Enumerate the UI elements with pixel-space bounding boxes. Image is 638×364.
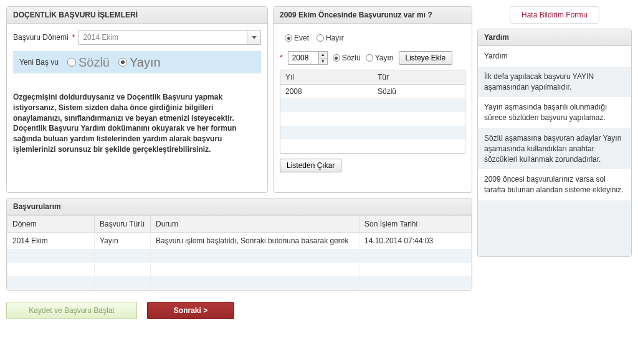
spinner-up-icon[interactable]: ▲ [319, 52, 327, 58]
radio-sozlu[interactable]: Sözlü [67, 55, 110, 70]
table-row [280, 126, 465, 139]
spinner-down-icon[interactable]: ▼ [319, 58, 327, 65]
col-type: Başvuru Türü [95, 216, 151, 233]
table-row[interactable]: 2014 Ekim Yayın Başvuru işlemi başlatıld… [7, 233, 472, 250]
application-ops-title: DOÇENTLİK BAŞVURU İŞLEMLERİ [7, 7, 267, 24]
radio-type-sozlu[interactable]: Sözlü [333, 54, 361, 62]
new-application-row: Yeni Baş vu Sözlü Yayın [13, 51, 261, 73]
chevron-down-icon [252, 36, 257, 39]
col-status: Durum [151, 216, 359, 233]
help-body: Yardım İlk defa yapılacak başvuru YAYIN … [478, 46, 631, 256]
application-ops-panel: DOÇENTLİK BAŞVURU İŞLEMLERİ Başvuru Döne… [6, 6, 268, 193]
radio-icon [333, 54, 340, 62]
table-row[interactable]: 2008 Sözlü [280, 85, 465, 99]
table-row [280, 98, 465, 112]
col-year: Yıl [280, 70, 373, 85]
next-button[interactable]: Sonraki > [147, 302, 234, 319]
period-dropdown-button[interactable] [247, 30, 261, 45]
radio-icon [118, 58, 127, 67]
required-mark: * [280, 54, 283, 62]
table-row [280, 139, 465, 153]
radio-icon [67, 58, 76, 67]
period-input[interactable] [79, 30, 247, 45]
col-period: Dönem [7, 216, 95, 233]
period-label: Başvuru Dönemi [13, 33, 69, 42]
radio-no[interactable]: Hayır [317, 34, 344, 42]
table-row [7, 263, 472, 276]
radio-icon [285, 34, 292, 42]
period-combo[interactable] [79, 30, 261, 45]
help-item [478, 200, 631, 256]
table-row [7, 249, 472, 263]
help-item: Yardım [478, 46, 631, 67]
remove-from-list-button[interactable]: Listeden Çıkar [280, 159, 341, 172]
table-row [280, 112, 465, 126]
radio-yes[interactable]: Evet [285, 34, 309, 42]
help-item: Sözlü aşamasına başvuran adaylar Yayın a… [478, 128, 631, 169]
radio-yayin[interactable]: Yayın [118, 55, 161, 70]
help-panel: Yardım Yardım İlk defa yapılacak başvuru… [477, 29, 632, 257]
radio-icon [317, 34, 324, 42]
prior-applications-grid: Yıl Tür 2008 Sözlü [280, 70, 465, 154]
help-item: İlk defa yapılacak başvuru YAYIN aşaması… [478, 67, 631, 98]
radio-type-yayin[interactable]: Yayın [366, 54, 394, 62]
prior-application-title: 2009 Ekim Öncesinde Başvurunuz var mı ? [274, 7, 472, 24]
info-text: Özgeçmişini doldurduysanız ve Doçentlik … [13, 92, 261, 155]
add-to-list-button[interactable]: Listeye Ekle [399, 51, 453, 65]
col-date: Son İşlem Tarihi [359, 216, 472, 233]
my-applications-grid: Dönem Başvuru Türü Durum Son İşlem Tarih… [7, 215, 472, 290]
year-input[interactable] [288, 52, 318, 64]
help-item: Yayın aşmasında başarılı olunmadığı süre… [478, 97, 631, 128]
error-report-button[interactable]: Hata Bildirim Formu [510, 6, 599, 24]
col-type: Tür [373, 70, 465, 85]
radio-icon [366, 54, 373, 62]
help-title: Yardım [478, 29, 631, 46]
my-applications-panel: Başvurularım Dönem Başvuru Türü Durum So… [6, 198, 472, 291]
required-mark: * [72, 33, 75, 42]
save-start-button[interactable]: Kaydet ve Başvuru Başlat [6, 302, 137, 319]
help-item: 2009 öncesi başvurularınız varsa sol tar… [478, 169, 631, 200]
table-row [7, 276, 472, 290]
year-spinner[interactable]: ▲ ▼ [288, 51, 328, 65]
my-applications-title: Başvurularım [7, 198, 472, 215]
new-application-label: Yeni Baş vu [19, 58, 59, 67]
prior-application-panel: 2009 Ekim Öncesinde Başvurunuz var mı ? … [273, 6, 472, 193]
